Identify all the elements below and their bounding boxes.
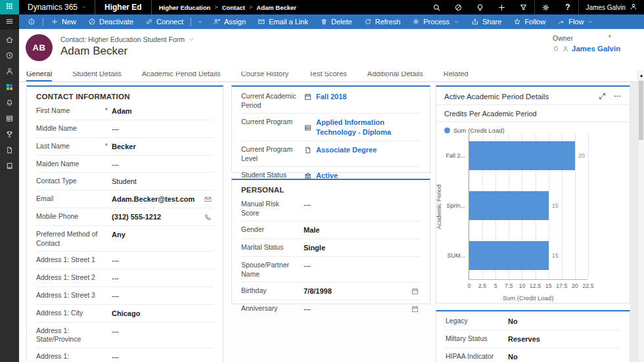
tab-additional-details[interactable]: Additional Details	[367, 72, 423, 81]
scrollbar-up-arrow[interactable]: ▲	[639, 73, 644, 78]
breadcrumb-item[interactable]: Higher Education	[159, 4, 211, 11]
cmd-refresh-button[interactable]: Refresh	[358, 14, 407, 29]
calendar-icon[interactable]	[411, 287, 421, 296]
cmd-connect-chevron-button[interactable]	[193, 14, 207, 29]
field-label: Legacy	[446, 317, 508, 326]
field-value[interactable]: ---	[112, 160, 214, 170]
search-icon[interactable]	[426, 0, 448, 14]
sidebar-trophy-icon[interactable]	[0, 129, 19, 139]
x-tick-label: 0	[467, 283, 471, 289]
field-value[interactable]: Chicago	[112, 309, 214, 319]
cmd-record-nav-button[interactable]	[22, 14, 41, 29]
brand-menu[interactable]: Dynamics 365	[28, 3, 87, 12]
field-row: Birthday7/8/1998	[241, 282, 421, 300]
field-value[interactable]: Student	[112, 177, 214, 187]
field-value[interactable]: No	[508, 317, 620, 327]
field-value-text: Single	[304, 243, 325, 253]
sidebar-toggle-button[interactable]	[0, 14, 19, 30]
slash-circle-icon[interactable]	[448, 0, 469, 14]
field-value[interactable]: ---	[304, 200, 421, 210]
cmd-process-button[interactable]: Process	[406, 14, 465, 29]
cmd-follow-button[interactable]: Follow	[507, 14, 551, 29]
user-menu[interactable]: James Galvin	[579, 3, 644, 12]
field-value[interactable]: ---	[304, 261, 421, 271]
field-value[interactable]: ---	[112, 124, 214, 134]
sidebar-home-icon[interactable]	[0, 35, 19, 45]
sidebar-grid-table-icon[interactable]	[0, 114, 19, 124]
cmd-delete-button[interactable]: Delete	[314, 14, 358, 29]
calendar-icon[interactable]	[411, 305, 421, 313]
field-value[interactable]: (312) 555-1212	[112, 212, 214, 222]
field-value[interactable]: 7/8/1998	[304, 286, 421, 296]
field-value[interactable]: Single	[304, 243, 421, 253]
sidebar-contact-person-icon[interactable]	[0, 66, 19, 76]
field-value[interactable]: ---	[112, 256, 214, 265]
sidebar-dynamics-app-icon[interactable]	[0, 82, 19, 92]
cmd-assign-button[interactable]: Assign	[207, 14, 252, 29]
field-value[interactable]: Adam	[112, 106, 214, 116]
field-value[interactable]: Male	[304, 225, 421, 235]
ellipsis-menu-icon[interactable]	[613, 92, 622, 101]
vertical-scrollbar[interactable]: ▲	[637, 70, 644, 362]
sidebar-recent-clock-icon[interactable]	[0, 51, 19, 60]
sidebar-bell-icon[interactable]	[0, 98, 19, 108]
table-icon	[304, 124, 312, 132]
app-name-box[interactable]: Higher Ed	[95, 0, 152, 14]
sidebar-book-icon[interactable]	[0, 161, 19, 171]
quick-create-icon[interactable]	[491, 0, 513, 14]
field-value[interactable]: ---	[112, 327, 214, 336]
owner-value-link[interactable]: James Galvin	[553, 45, 615, 53]
lightbulb-icon[interactable]	[469, 0, 491, 14]
expand-icon[interactable]	[598, 92, 607, 101]
tab-course-history[interactable]: Course History	[241, 72, 289, 81]
filter-funnel-icon[interactable]	[513, 0, 534, 14]
tab-related[interactable]: Related	[444, 72, 469, 81]
field-value-link[interactable]: Associate Degree	[304, 145, 421, 155]
cmd-connect-button[interactable]: Connect	[139, 14, 189, 29]
bar-fall-2-[interactable]	[469, 141, 575, 170]
field-value-text: ---	[304, 304, 311, 314]
sidebar-document-icon[interactable]	[0, 145, 19, 155]
user-name: James Galvin	[586, 4, 626, 11]
field-value[interactable]: ---	[112, 352, 214, 362]
form-selector-label: Contact: Higher Education Student Form	[60, 35, 185, 43]
tab-label: Related	[444, 72, 469, 78]
cmd-deactivate-button[interactable]: Deactivate	[82, 14, 139, 29]
email-icon[interactable]	[204, 195, 214, 204]
scrollbar-thumb[interactable]	[639, 81, 643, 140]
help-icon[interactable]: ?	[557, 0, 578, 14]
breadcrumb-item[interactable]: Contact	[222, 4, 245, 11]
phone-icon[interactable]	[204, 213, 214, 221]
field-value-link[interactable]: Applied Information Technology - Diploma	[304, 118, 421, 137]
field-value[interactable]: ---	[304, 304, 421, 314]
breadcrumb-separator: >	[249, 4, 252, 11]
cmd-flow-button[interactable]: Flow	[551, 14, 599, 29]
field-value[interactable]: ---	[112, 273, 214, 283]
contact-information-card: CONTACT INFORMATION First Name*AdamMiddl…	[26, 85, 223, 362]
field-value-link[interactable]: Fall 2018	[304, 92, 421, 102]
bar-sum-[interactable]	[469, 241, 549, 270]
settings-gear-icon[interactable]	[535, 0, 557, 14]
field-value[interactable]: Any	[112, 230, 214, 240]
bar-sprin-[interactable]	[469, 191, 549, 220]
field-value[interactable]: No	[508, 352, 620, 362]
app-launcher-waffle-icon[interactable]	[0, 0, 19, 14]
form-selector[interactable]: Contact: Higher Education Student Form	[60, 35, 195, 43]
tab-student-details[interactable]: Student Details	[72, 72, 122, 81]
field-row: Address 1: Street 3---	[36, 286, 214, 304]
field-value[interactable]: Reserves	[508, 334, 620, 344]
field-value[interactable]: Becker	[112, 142, 214, 152]
cmd-new-button[interactable]: New	[45, 14, 82, 29]
tab-academic-period-details[interactable]: Academic Period Details	[142, 72, 221, 81]
field-value[interactable]: Adam.Becker@test.com	[112, 194, 214, 204]
tab-test-scores[interactable]: Test Scores	[309, 72, 346, 81]
breadcrumb-item[interactable]: Adam Becker	[256, 4, 296, 11]
cmd-email-a-link-button[interactable]: Email a Link	[252, 14, 314, 29]
tab-label: Academic Period Details	[142, 72, 221, 78]
cmd-share-button[interactable]: Share	[465, 14, 507, 29]
field-value[interactable]: ---	[112, 291, 214, 301]
tab-general[interactable]: General	[26, 72, 52, 81]
left-sidebar	[0, 30, 19, 362]
brand-label: Dynamics 365	[28, 3, 78, 12]
person-icon	[562, 45, 569, 53]
